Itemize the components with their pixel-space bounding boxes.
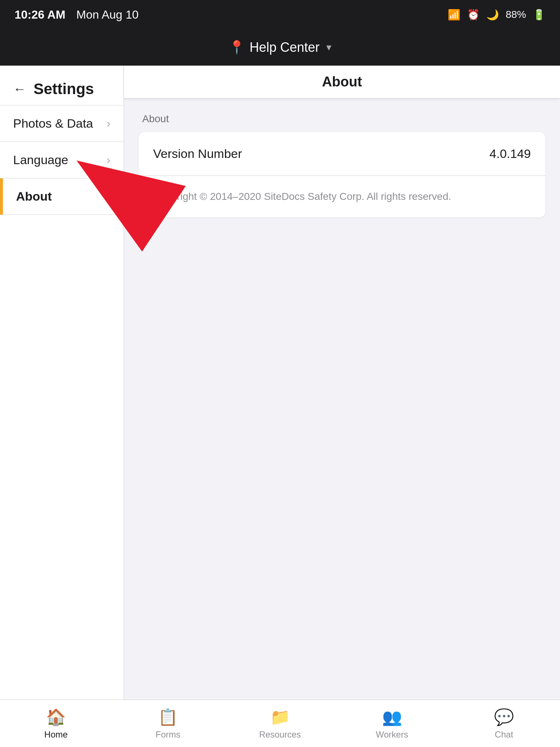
forms-icon: 📋	[158, 708, 178, 727]
status-right: 📶 ⏰ 🌙 88% 🔋	[448, 9, 545, 21]
home-icon: 🏠	[46, 708, 66, 727]
chevron-right-icon: ›	[106, 190, 110, 203]
status-bar: 10:26 AM Mon Aug 10 📶 ⏰ 🌙 88% 🔋	[0, 0, 560, 29]
content-section-label: About	[139, 113, 545, 125]
tab-resources[interactable]: 📁 Resources	[224, 708, 336, 740]
tab-home-label: Home	[44, 729, 68, 740]
tab-workers-label: Workers	[376, 729, 408, 740]
content-title: About	[322, 74, 362, 90]
status-date: Mon Aug 10	[76, 8, 139, 22]
resources-icon: 📁	[270, 708, 290, 727]
nav-title-text: Help Center	[249, 40, 319, 55]
wifi-icon: 📶	[448, 9, 460, 21]
sidebar-item-label: Language	[13, 153, 68, 167]
chat-icon: 💬	[494, 708, 514, 727]
alarm-icon: ⏰	[467, 9, 480, 21]
tab-forms-label: Forms	[156, 729, 180, 740]
main-layout: ← Settings Photos & Data › Language › Ab…	[0, 66, 560, 700]
tab-chat-label: Chat	[495, 729, 513, 740]
moon-icon: 🌙	[486, 9, 499, 21]
location-pin-icon: 📍	[229, 40, 245, 55]
sidebar-item-label: About	[16, 189, 52, 204]
tab-chat[interactable]: 💬 Chat	[448, 708, 560, 740]
chevron-right-icon: ›	[106, 153, 110, 167]
sidebar-header: ← Settings	[0, 66, 124, 105]
version-value: 4.0.149	[490, 147, 531, 161]
nav-title: 📍 Help Center ▾	[229, 40, 331, 55]
sidebar-menu: Photos & Data › Language › About ›	[0, 105, 124, 700]
sidebar-item-label: Photos & Data	[13, 116, 93, 131]
status-time: 10:26 AM	[15, 8, 65, 22]
version-row: Version Number 4.0.149	[139, 132, 545, 176]
sidebar-title: Settings	[34, 80, 94, 98]
nav-bar: 📍 Help Center ▾	[0, 29, 560, 66]
copyright-text: Copyright © 2014–2020 SiteDocs Safety Co…	[139, 176, 545, 217]
content-body: About Version Number 4.0.149 Copyright ©…	[124, 98, 560, 232]
nav-chevron-icon: ▾	[326, 41, 331, 53]
status-left: 10:26 AM Mon Aug 10	[15, 8, 139, 22]
content-card: Version Number 4.0.149 Copyright © 2014–…	[139, 132, 545, 217]
sidebar-item-language[interactable]: Language ›	[0, 142, 124, 178]
tab-home[interactable]: 🏠 Home	[0, 708, 112, 740]
sidebar-item-about[interactable]: About ›	[0, 178, 124, 215]
battery-text: 88%	[506, 9, 526, 20]
tab-workers[interactable]: 👥 Workers	[336, 708, 448, 740]
battery-icon: 🔋	[533, 9, 545, 21]
tab-resources-label: Resources	[259, 729, 301, 740]
sidebar-item-photos-data[interactable]: Photos & Data ›	[0, 105, 124, 142]
workers-icon: 👥	[382, 708, 402, 727]
content-header: About	[124, 66, 560, 98]
tab-forms[interactable]: 📋 Forms	[112, 708, 224, 740]
content-panel: About About Version Number 4.0.149 Copyr…	[124, 66, 560, 700]
version-label: Version Number	[153, 147, 242, 161]
tab-bar: 🏠 Home 📋 Forms 📁 Resources 👥 Workers 💬 C…	[0, 700, 560, 747]
chevron-right-icon: ›	[106, 117, 110, 130]
back-button[interactable]: ←	[13, 81, 26, 97]
sidebar: ← Settings Photos & Data › Language › Ab…	[0, 66, 124, 700]
